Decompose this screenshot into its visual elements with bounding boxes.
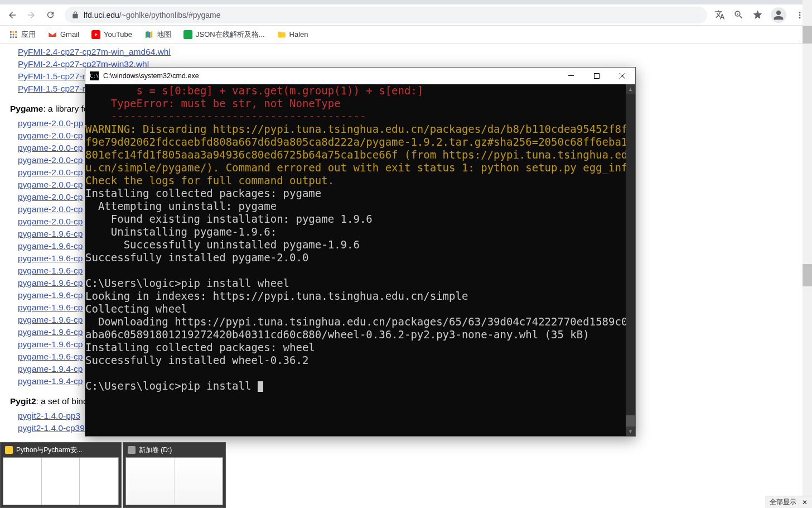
- close-icon[interactable]: ✕: [802, 499, 808, 506]
- download-link[interactable]: pygame-1.9.6-cp: [18, 314, 83, 326]
- svg-rect-12: [594, 74, 600, 79]
- svg-rect-3: [10, 33, 12, 35]
- svg-rect-4: [13, 33, 14, 35]
- gmail-icon: [48, 30, 57, 39]
- download-link[interactable]: pygame-2.0.0-pp: [18, 117, 83, 130]
- address-text: lfd.uci.edu/~gohlke/pythonlibs/#pygame: [84, 11, 700, 20]
- cmd-cursor: [258, 381, 263, 392]
- maximize-button[interactable]: [584, 68, 610, 84]
- forward-button[interactable]: [23, 7, 39, 23]
- show-all-label[interactable]: 全部显示: [770, 497, 796, 507]
- download-link[interactable]: PyFMI-2.4-cp27-cp27m-win_amd64.whl: [18, 46, 171, 58]
- lock-icon: [71, 11, 79, 19]
- translate-icon[interactable]: [714, 9, 725, 21]
- thumb-preview: [125, 457, 223, 505]
- address-bar[interactable]: lfd.uci.edu/~gohlke/pythonlibs/#pygame: [65, 7, 707, 23]
- map-icon: [144, 30, 153, 39]
- profile-avatar[interactable]: [771, 7, 786, 23]
- pkg-name: Pygame: [10, 104, 43, 113]
- svg-rect-1: [13, 31, 14, 33]
- cmd-icon: C:\: [90, 71, 99, 80]
- youtube-icon: [91, 30, 100, 39]
- download-link[interactable]: pygame-2.0.0-cp: [18, 142, 83, 154]
- scroll-up-icon[interactable]: ▲: [626, 84, 635, 94]
- svg-rect-5: [15, 33, 17, 35]
- drive-icon: [128, 446, 136, 454]
- reload-button[interactable]: [42, 7, 58, 23]
- download-link[interactable]: pygame-2.0.0-cp: [18, 203, 83, 215]
- download-link[interactable]: pygame-1.9.4-cp: [18, 375, 83, 387]
- download-link[interactable]: pygame-2.0.0-cp: [18, 154, 83, 166]
- cmd-titlebar[interactable]: C:\ C:\windows\system32\cmd.exe: [85, 68, 635, 84]
- chrome-tabstrip: [0, 0, 812, 4]
- download-link[interactable]: pygame-1.9.6-cp: [18, 240, 83, 252]
- minimize-button[interactable]: [558, 68, 584, 84]
- svg-rect-0: [10, 31, 12, 33]
- bookmarks-bar: 应用 Gmail YouTube 地图 JSON在线解析及格... Halen: [0, 26, 812, 44]
- download-link[interactable]: pygame-1.9.6-cp: [18, 289, 83, 301]
- thumb-title: 新加卷 (D:): [139, 445, 172, 455]
- bookmark-label: 应用: [21, 30, 36, 40]
- bookmark-star-icon[interactable]: [752, 9, 763, 21]
- zoom-icon[interactable]: [733, 9, 744, 21]
- bookmark-label: Halen: [289, 30, 308, 39]
- download-link[interactable]: pygame-2.0.0-cp: [18, 215, 83, 228]
- bookmark-gmail[interactable]: Gmail: [44, 28, 84, 41]
- bookmark-label: YouTube: [104, 30, 132, 39]
- download-link[interactable]: pygame-2.0.0-cp: [18, 130, 83, 142]
- cmd-title: C:\windows\system32\cmd.exe: [103, 72, 558, 80]
- download-link[interactable]: pygame-2.0.0-cp: [18, 166, 83, 179]
- bookmark-label: JSON在线解析及格...: [196, 30, 265, 40]
- download-link[interactable]: pygame-1.9.6-cp: [18, 351, 83, 363]
- svg-rect-10: [183, 30, 192, 39]
- download-link[interactable]: pygame-2.0.0-cp: [18, 179, 83, 191]
- close-button[interactable]: [610, 68, 635, 84]
- json-icon: [183, 30, 192, 39]
- cmd-scrollbar-thumb[interactable]: [626, 415, 635, 426]
- back-button[interactable]: [4, 7, 20, 23]
- download-link[interactable]: pygame-1.9.6-cp: [18, 228, 83, 240]
- cmd-window: C:\ C:\windows\system32\cmd.exe s = s[0:…: [85, 67, 636, 437]
- taskbar-thumbnails: Python与Pycharm安... 新加卷 (D:): [0, 442, 226, 508]
- bookmark-label: 地图: [157, 30, 171, 40]
- download-link[interactable]: PyFMI-1.5-cp27-r: [18, 70, 85, 83]
- cmd-scrollbar[interactable]: ▲ ▼: [626, 84, 635, 436]
- bookmark-map[interactable]: 地图: [140, 27, 176, 42]
- bookmark-halen[interactable]: Halen: [273, 28, 313, 41]
- download-link[interactable]: pygame-1.9.6-cp: [18, 252, 83, 265]
- download-link[interactable]: pygame-1.9.6-cp: [18, 277, 83, 289]
- pkg-desc: : a library fo: [43, 104, 88, 113]
- taskbar-thumb-1[interactable]: Python与Pycharm安...: [0, 442, 122, 508]
- download-link[interactable]: pygame-1.9.6-cp: [18, 301, 83, 314]
- download-link[interactable]: pygame-2.0.0-cp: [18, 191, 83, 203]
- scroll-down-icon[interactable]: ▼: [626, 426, 635, 436]
- svg-rect-7: [13, 36, 14, 38]
- folder-icon: [277, 30, 286, 39]
- page-scrollbar-thumb[interactable]: [803, 264, 812, 286]
- thumb-preview: [3, 457, 119, 505]
- download-link[interactable]: pygame-1.9.4-cp: [18, 363, 83, 375]
- cmd-output: s = s[0:beg] + vars.get(m.group(1)) + s[…: [85, 84, 635, 392]
- apps-button[interactable]: 应用: [4, 27, 40, 42]
- thumb-title: Python与Pycharm安...: [16, 445, 83, 455]
- apps-icon: [9, 30, 18, 39]
- bookmark-label: Gmail: [60, 30, 79, 39]
- bookmark-json[interactable]: JSON在线解析及格...: [179, 27, 269, 42]
- bookmark-youtube[interactable]: YouTube: [87, 28, 137, 41]
- toolbar-right-icons: [714, 7, 808, 23]
- svg-rect-11: [568, 75, 574, 76]
- pkg-name: Pygit2: [10, 396, 36, 406]
- folder-icon: [5, 446, 13, 454]
- cmd-body[interactable]: s = s[0:beg] + vars.get(m.group(1)) + s[…: [85, 84, 635, 436]
- svg-rect-6: [10, 36, 12, 38]
- download-link[interactable]: pygame-1.9.6-cp: [18, 338, 83, 351]
- page-scrollbar[interactable]: [803, 44, 812, 485]
- downloads-bar: 全部显示 ✕: [765, 496, 812, 508]
- svg-rect-8: [15, 36, 17, 38]
- download-link[interactable]: pygit2-1.4.0-pp3: [18, 410, 80, 422]
- download-link[interactable]: pygame-1.9.6-cp: [18, 326, 83, 338]
- download-link[interactable]: PyFMI-1.5-cp27-r: [18, 83, 85, 95]
- download-link[interactable]: pygame-1.9.6-cp: [18, 265, 83, 277]
- chrome-toolbar: lfd.uci.edu/~gohlke/pythonlibs/#pygame: [0, 4, 812, 26]
- taskbar-thumb-2[interactable]: 新加卷 (D:): [123, 442, 226, 508]
